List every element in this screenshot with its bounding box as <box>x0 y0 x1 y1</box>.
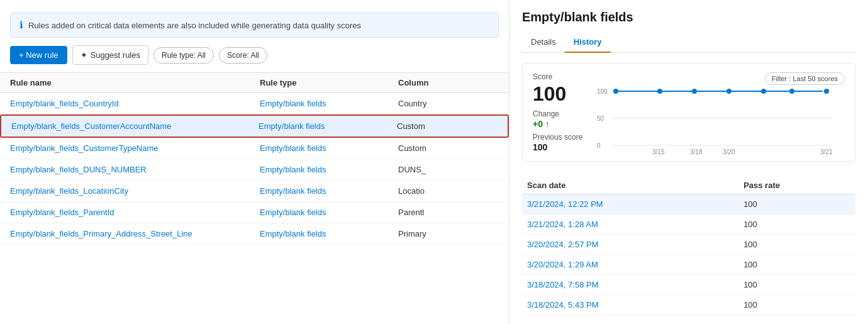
table-row[interactable]: Empty/blank_fields_CustomerTypeName Empt… <box>0 138 509 159</box>
history-scan-date: 3/18/2024, 5:43 PM <box>522 295 738 315</box>
history-scan-date: 3/18/2024, 7:58 PM <box>522 275 738 295</box>
history-row: 3/20/2024, 2:57 PM100 <box>522 235 855 255</box>
tab-history[interactable]: History <box>565 32 611 53</box>
history-scan-date: 3/20/2024, 2:57 PM <box>522 235 738 255</box>
table-row[interactable]: Empty/blank_fields_ParentId Empty/blank … <box>0 202 509 223</box>
right-panel: Empty/blank fields Details History Score… <box>509 0 868 324</box>
history-row: 3/18/2024, 7:58 PM100 <box>522 275 855 295</box>
left-panel: ℹ Rules added on critical data elements … <box>0 0 509 324</box>
history-pass-rate: 100 <box>738 215 855 235</box>
history-table: Scan date Pass rate 3/21/2024, 12:22 PM1… <box>522 177 855 315</box>
new-rule-button[interactable]: + New rule <box>10 46 67 64</box>
table-body: Empty/blank_fields_CountryId Empty/blank… <box>0 93 509 324</box>
svg-text:3/15: 3/15 <box>652 148 665 154</box>
chart-container: Filter : Last 50 scores 100 50 0 <box>597 72 845 156</box>
col-header-rule-name: Rule name <box>10 78 260 87</box>
svg-point-11 <box>789 89 794 94</box>
col-3: DUNS_ <box>398 165 499 174</box>
rule-type-0: Empty/blank fields <box>260 99 398 108</box>
col-5: Parentl <box>398 208 499 217</box>
score-filter[interactable]: Score: All <box>219 47 267 64</box>
svg-text:3/18: 3/18 <box>690 148 703 154</box>
table-row[interactable]: Empty/blank_fields_CountryId Empty/blank… <box>0 93 509 115</box>
toolbar: + New rule ✦ Suggest rules Rule type: Al… <box>0 45 509 72</box>
prev-score-label: Previous score <box>533 133 589 142</box>
rule-type-2: Empty/blank fields <box>260 143 398 153</box>
rule-type-4: Empty/blank fields <box>260 186 398 196</box>
rule-name-3: Empty/blank_fields_DUNS_NUMBER <box>10 165 260 174</box>
suggest-rules-label: Suggest rules <box>91 50 141 60</box>
info-text: Rules added on critical data elements ar… <box>28 21 361 30</box>
tabs: Details History <box>522 32 855 53</box>
score-chart: 100 50 0 <box>597 85 836 154</box>
svg-text:0: 0 <box>597 142 601 149</box>
svg-text:3/20: 3/20 <box>723 148 735 154</box>
svg-point-12 <box>823 88 830 94</box>
rule-name-4: Empty/blank_fields_LocationCity <box>10 186 260 196</box>
col-2: Custom <box>398 143 499 153</box>
chart-wrapper: Score 100 Change +0 ↑ Previous score 100… <box>533 72 845 156</box>
history-scan-date: 3/21/2024, 1:28 AM <box>522 215 738 235</box>
rule-type-1: Empty/blank fields <box>259 121 397 131</box>
table-row[interactable]: Empty/blank_fields_Primary_Address_Stree… <box>0 223 509 245</box>
suggest-icon: ✦ <box>81 50 87 60</box>
svg-point-6 <box>613 89 618 94</box>
rule-name-1: Empty/blank_fields_CustomerAccountName <box>11 121 259 131</box>
table-header: Rule name Rule type Column <box>0 72 509 93</box>
rule-type-5: Empty/blank fields <box>260 208 398 217</box>
info-bar: ℹ Rules added on critical data elements … <box>10 13 499 38</box>
score-value: 100 <box>533 82 589 106</box>
info-icon: ℹ <box>19 20 23 31</box>
history-pass-rate: 100 <box>738 275 855 295</box>
rule-type-6: Empty/blank fields <box>260 229 398 238</box>
history-col-pass-rate: Pass rate <box>738 177 855 194</box>
table-row[interactable]: Empty/blank_fields_DUNS_NUMBER Empty/bla… <box>0 159 509 181</box>
rule-name-6: Empty/blank_fields_Primary_Address_Stree… <box>10 229 260 238</box>
rule-name-0: Empty/blank_fields_CountryId <box>10 99 260 108</box>
filter-button[interactable]: Filter : Last 50 scores <box>765 72 845 85</box>
rule-type-3: Empty/blank fields <box>260 165 398 174</box>
col-0: Country <box>398 99 499 108</box>
score-info: Score 100 Change +0 ↑ Previous score 100 <box>533 72 589 156</box>
change-label: Change <box>533 109 589 118</box>
tab-details[interactable]: Details <box>522 32 565 53</box>
col-header-column: Column <box>398 78 499 87</box>
history-pass-rate: 100 <box>738 235 855 255</box>
history-row: 3/21/2024, 1:28 AM100 <box>522 215 855 235</box>
svg-text:3/21: 3/21 <box>820 148 833 154</box>
col-header-rule-type: Rule type <box>260 78 398 87</box>
table-row-selected[interactable]: Empty/blank_fields_CustomerAccountName E… <box>0 115 509 138</box>
rule-name-2: Empty/blank_fields_CustomerTypeName <box>10 143 260 153</box>
history-pass-rate: 100 <box>738 255 855 275</box>
score-label: Score <box>533 72 589 81</box>
col-6: Primary <box>398 229 499 238</box>
history-pass-rate: 100 <box>738 194 855 215</box>
history-pass-rate: 100 <box>738 295 855 315</box>
suggest-rules-button[interactable]: ✦ Suggest rules <box>72 45 149 65</box>
svg-point-7 <box>657 89 662 94</box>
change-value: +0 ↑ <box>533 119 589 129</box>
svg-point-10 <box>761 89 766 94</box>
history-col-scan-date: Scan date <box>522 177 738 194</box>
table-row[interactable]: Empty/blank_fields_LocationCity Empty/bl… <box>0 181 509 202</box>
svg-text:100: 100 <box>597 88 608 95</box>
svg-point-8 <box>692 89 697 94</box>
col-4: Locatio <box>398 186 499 196</box>
history-row: 3/20/2024, 1:29 AM100 <box>522 255 855 275</box>
history-row: 3/21/2024, 12:22 PM100 <box>522 194 855 215</box>
rule-type-filter[interactable]: Rule type: All <box>153 47 214 64</box>
rule-name-5: Empty/blank_fields_ParentId <box>10 208 260 217</box>
history-row: 3/18/2024, 5:43 PM100 <box>522 295 855 315</box>
history-scan-date: 3/21/2024, 12:22 PM <box>522 194 738 215</box>
history-scan-date: 3/20/2024, 1:29 AM <box>522 255 738 275</box>
svg-point-9 <box>726 89 732 94</box>
panel-title: Empty/blank fields <box>522 10 855 25</box>
prev-score-value: 100 <box>533 142 589 152</box>
col-1: Custom <box>397 121 498 131</box>
score-section: Score 100 Change +0 ↑ Previous score 100… <box>522 63 855 162</box>
svg-text:50: 50 <box>597 115 604 122</box>
